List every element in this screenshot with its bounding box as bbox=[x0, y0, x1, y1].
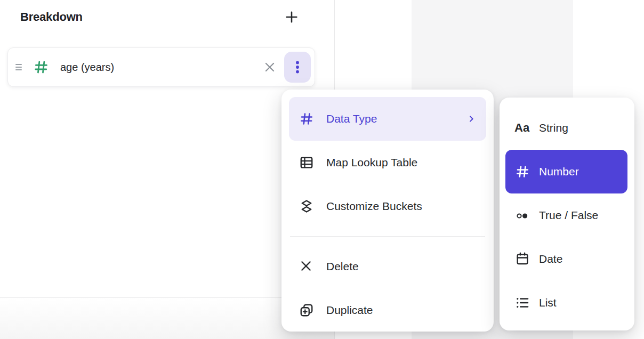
menu-item-label: Delete bbox=[326, 260, 476, 273]
menu-item-delete[interactable]: Delete bbox=[289, 245, 486, 288]
table-grid-icon bbox=[299, 155, 315, 171]
stacked-layers-icon bbox=[299, 198, 315, 214]
hash-number-icon bbox=[33, 59, 50, 76]
Aa-text-icon: Aa bbox=[514, 120, 533, 136]
submenu-item-label: String bbox=[539, 122, 568, 134]
menu-item-customize-buckets[interactable]: Customize Buckets bbox=[289, 184, 486, 228]
submenu-item-number[interactable]: Number bbox=[505, 150, 627, 193]
hash-number-icon bbox=[514, 164, 533, 180]
submenu-item-list[interactable]: List bbox=[505, 281, 627, 325]
chevron-right-icon bbox=[467, 115, 476, 123]
submenu-item-date[interactable]: Date bbox=[505, 237, 627, 281]
close-x-icon bbox=[263, 60, 277, 74]
menu-item-duplicate[interactable]: Duplicate bbox=[289, 288, 486, 332]
data-type-submenu: Aa String Number True / False bbox=[500, 98, 634, 330]
submenu-item-label: Number bbox=[539, 165, 579, 178]
submenu-item-string[interactable]: Aa String bbox=[505, 106, 627, 150]
menu-item-label: Data Type bbox=[326, 112, 467, 125]
duplicate-copy-plus-icon bbox=[299, 302, 315, 318]
boolean-circles-icon bbox=[514, 207, 533, 223]
menu-divider bbox=[290, 236, 485, 237]
drag-handle-icon[interactable] bbox=[15, 61, 25, 74]
submenu-item-label: List bbox=[539, 296, 557, 309]
add-breakdown-button[interactable] bbox=[283, 9, 300, 26]
submenu-item-true-false[interactable]: True / False bbox=[505, 193, 627, 237]
menu-item-label: Duplicate bbox=[326, 304, 476, 317]
menu-item-data-type[interactable]: Data Type bbox=[289, 97, 486, 141]
submenu-item-label: True / False bbox=[539, 209, 598, 222]
hash-number-icon bbox=[299, 111, 315, 127]
calendar-icon bbox=[514, 251, 533, 267]
field-menu-button[interactable] bbox=[284, 52, 311, 83]
breakdown-field-row[interactable]: age (years) bbox=[7, 47, 315, 87]
plus-icon bbox=[284, 10, 299, 25]
kebab-vertical-dots-icon bbox=[291, 59, 304, 75]
menu-item-label: Customize Buckets bbox=[326, 200, 476, 213]
field-name-label: age (years) bbox=[60, 61, 261, 74]
remove-field-button[interactable] bbox=[261, 58, 279, 76]
x-icon bbox=[299, 259, 315, 275]
menu-item-map-lookup-table[interactable]: Map Lookup Table bbox=[289, 141, 486, 184]
submenu-item-label: Date bbox=[539, 253, 562, 265]
field-context-menu: Data Type Map Lookup Table bbox=[281, 90, 494, 332]
menu-item-label: Map Lookup Table bbox=[326, 156, 476, 169]
breakdown-panel-screen: Breakdown age (years) bbox=[0, 0, 644, 339]
bulleted-list-icon bbox=[514, 295, 533, 311]
page-title: Breakdown bbox=[20, 10, 83, 24]
